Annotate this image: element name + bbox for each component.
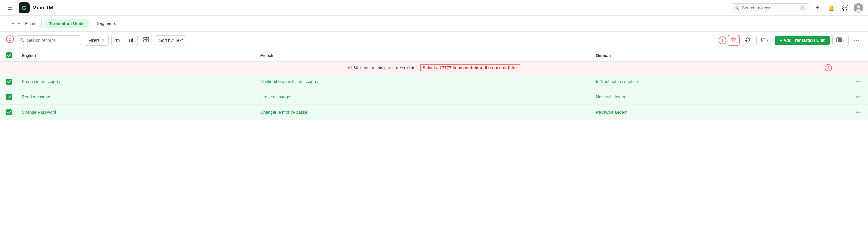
selection-banner: All 30 items on this page are selected. … [0, 62, 868, 74]
search-records-wrapper: 1 🔍 [6, 35, 82, 45]
search-records-container: 🔍 [15, 35, 82, 45]
th-checkbox [0, 49, 17, 62]
filters-button[interactable]: Filters ≡ [84, 35, 109, 46]
th-actions [848, 49, 868, 62]
chat-button[interactable]: 💬 [840, 2, 850, 13]
grid-button[interactable] [140, 35, 152, 46]
translation-units-table: English French German All 30 items on th… [0, 49, 868, 120]
row-3-english: Change Password [17, 105, 255, 120]
columns-icon [836, 37, 842, 43]
sort-direction-button[interactable]: ▾ [756, 35, 772, 46]
select-all-link[interactable]: Select all 7777 items matching the curre… [420, 64, 521, 71]
search-projects-icon: 🔍 [735, 5, 740, 10]
sort-dir-chevron: ▾ [767, 38, 768, 42]
selection-banner-row: All 30 items on this page are selected. … [0, 62, 868, 74]
arrow-left-icon: ← [11, 21, 16, 26]
plus-icon: + [815, 4, 819, 11]
search-projects-input[interactable] [742, 5, 798, 10]
sort-dir-icon [761, 37, 765, 43]
grid-icon [144, 37, 149, 44]
font-size-button[interactable]: T A [111, 35, 123, 46]
svg-rect-8 [147, 37, 149, 39]
user-avatar[interactable] [854, 3, 863, 13]
sub-navigation: ← ← TM List Translation Units Segments [0, 16, 868, 32]
app-title: Main TM [33, 5, 53, 11]
chat-icon: 💬 [842, 4, 848, 11]
svg-rect-9 [144, 40, 146, 42]
svg-point-1 [857, 5, 860, 8]
tab-translation-units[interactable]: Translation Units [44, 19, 89, 28]
row-3-checkbox[interactable] [6, 109, 12, 115]
row-2-german: Nachricht lesen [591, 89, 848, 105]
row-1-french: Recherche dans les messages [255, 74, 591, 89]
sort-button[interactable]: Sort by: Text [155, 35, 187, 45]
selection-text: All 30 items on this page are selected. [347, 65, 419, 70]
svg-rect-11 [837, 38, 838, 42]
row-1-checkbox-cell [0, 74, 17, 89]
tab-segments[interactable]: Segments [91, 19, 121, 28]
svg-point-2 [856, 9, 861, 13]
more-options-button[interactable]: ••• [851, 35, 862, 46]
th-german: German [591, 49, 848, 62]
delete-wrapper: 3 [718, 35, 740, 46]
bell-icon: 🔔 [828, 4, 835, 11]
font-size-icon: T [115, 38, 118, 43]
table-row: Read message Lire le message Nachricht l… [0, 89, 868, 105]
row-3-more-button[interactable]: ••• [853, 108, 863, 116]
keyboard-shortcut-slash: / [800, 5, 805, 10]
font-size-sub-icon: A [118, 38, 120, 42]
search-records-icon: 🔍 [20, 38, 25, 43]
search-projects-container: 🔍 / [731, 3, 809, 12]
add-button[interactable]: + [812, 2, 823, 13]
th-english: English [17, 49, 255, 62]
step-1-badge: 1 [6, 35, 14, 43]
table-row: Change Password Changer le mot de passe … [0, 105, 868, 120]
row-2-checkbox-cell [0, 89, 17, 105]
delete-icon [731, 37, 736, 44]
step-2-badge: 2 [825, 64, 832, 71]
more-icon: ••• [854, 38, 860, 43]
tm-list-button[interactable]: ← ← TM List [6, 19, 41, 28]
row-1-english: Search in messages [17, 74, 255, 89]
row-2-french: Lire le message [255, 89, 591, 105]
view-columns-button[interactable]: ▾ [832, 35, 849, 46]
filters-label: Filters [88, 38, 100, 43]
svg-rect-10 [147, 40, 149, 42]
toolbar: 1 🔍 Filters ≡ T A Sort by: Text 3 [0, 32, 868, 49]
row-2-checkbox[interactable] [6, 94, 12, 100]
topnav-left: ☰ Main TM [5, 2, 727, 13]
row-3-more-cell: ••• [848, 105, 868, 120]
topnav-right: 🔍 / + 🔔 💬 [731, 2, 863, 13]
row-1-more-button[interactable]: ••• [853, 78, 863, 85]
row-1-checkbox[interactable] [6, 78, 12, 84]
replace-icon [745, 37, 751, 44]
bar-chart-icon [129, 37, 134, 44]
replace-button[interactable] [742, 35, 754, 46]
row-3-german: Passwort ändern [591, 105, 848, 120]
hamburger-menu-button[interactable]: ☰ [5, 2, 16, 13]
svg-rect-4 [131, 38, 132, 42]
tm-list-label: ← TM List [17, 21, 36, 26]
step-3-badge: 3 [718, 36, 726, 44]
select-all-checkbox[interactable] [6, 52, 12, 59]
svg-rect-12 [838, 38, 840, 42]
sort-label: Sort by: Text [159, 38, 183, 43]
top-navigation: ☰ Main TM 🔍 / + 🔔 💬 [0, 0, 868, 16]
table-row: Search in messages Recherche dans les me… [0, 74, 868, 89]
svg-rect-7 [144, 37, 146, 39]
th-french: French [255, 49, 591, 62]
row-2-more-button[interactable]: ••• [853, 93, 863, 101]
row-1-german: In Nachrichten suchen [591, 74, 848, 89]
delete-button[interactable] [727, 35, 740, 46]
svg-rect-5 [132, 38, 133, 42]
table-container: English French German All 30 items on th… [0, 49, 868, 120]
svg-rect-3 [129, 39, 130, 42]
filter-icon: ≡ [101, 38, 104, 43]
notifications-button[interactable]: 🔔 [826, 2, 837, 13]
row-3-checkbox-cell [0, 105, 17, 120]
row-1-more-cell: ••• [848, 74, 868, 89]
row-2-english: Read message [17, 89, 255, 105]
add-translation-unit-button[interactable]: + Add Translation Unit [775, 36, 830, 45]
bar-chart-button[interactable] [126, 35, 138, 46]
search-records-input[interactable] [27, 38, 77, 43]
